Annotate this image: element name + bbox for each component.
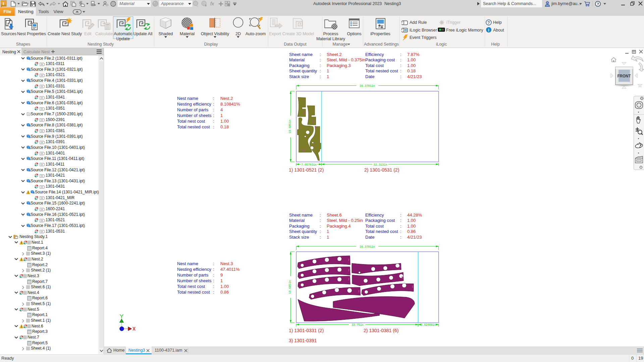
svg-text:19.685in: 19.685in (288, 280, 292, 294)
svg-text:.: . (197, 4, 198, 7)
svg-text:x: x (205, 4, 207, 7)
svg-text:39.3701in: 39.3701in (360, 84, 375, 88)
svg-text:32.313in: 32.313in (374, 163, 387, 167)
svg-text:?: ? (597, 2, 599, 6)
svg-text:33.75in: 33.75in (352, 323, 364, 327)
svg-text:FRONT: FRONT (618, 74, 631, 78)
svg-text:39.3701in: 39.3701in (360, 245, 375, 249)
svg-text:7.05703in: 7.05703in (301, 163, 317, 167)
svg-text:?: ? (487, 20, 490, 25)
svg-text:19.685in: 19.685in (288, 120, 292, 133)
svg-text:I: I (2, 1, 4, 6)
svg-text:i: i (488, 28, 489, 33)
svg-text:5.62008in: 5.62008in (421, 323, 436, 327)
